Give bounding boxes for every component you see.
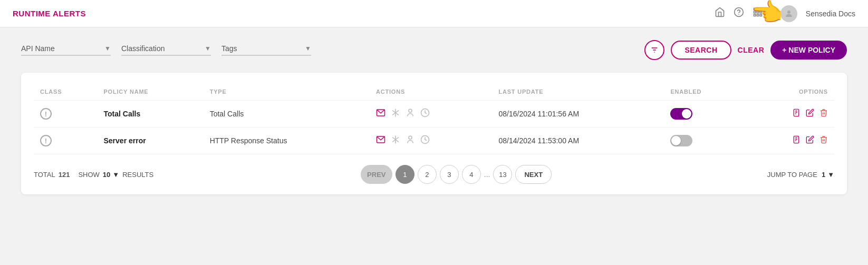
show-select[interactable]: 10 ▼	[103, 171, 119, 179]
svg-rect-10	[760, 14, 761, 16]
actions-cell	[370, 127, 493, 154]
avatar	[780, 5, 797, 22]
next-button[interactable]: NEXT	[515, 165, 552, 184]
edit-button[interactable]	[806, 135, 814, 146]
filter-bar: API Name ▼ Classification ▼ Tags ▼ 👉 SEA…	[21, 40, 847, 60]
col-class: CLASS	[34, 83, 97, 101]
last-update-cell: 08/16/2024 11:01:56 AM	[492, 101, 664, 127]
svg-point-29	[409, 136, 412, 139]
toggle-thumb	[671, 136, 681, 145]
toggle-switch[interactable]	[670, 135, 692, 146]
view-button[interactable]	[792, 135, 801, 146]
person-icon	[406, 135, 415, 146]
options-cell	[745, 127, 834, 154]
enabled-cell	[664, 101, 745, 127]
search-button[interactable]: SEARCH	[671, 41, 731, 60]
col-enabled: ENABLED	[664, 83, 745, 101]
toggle-thumb	[682, 109, 691, 119]
total-count: 121	[59, 171, 70, 179]
jump-to-page: JUMP TO PAGE 1 ▼	[767, 171, 834, 179]
svg-point-19	[409, 109, 412, 112]
delete-button[interactable]	[819, 135, 828, 146]
prev-button[interactable]: PREV	[361, 165, 392, 184]
svg-rect-9	[757, 14, 758, 16]
policy-name-cell: Total Calls	[97, 101, 203, 127]
jump-page-arrow-icon: ▼	[827, 171, 834, 179]
clear-button[interactable]: CLEAR	[738, 46, 765, 54]
class-cell: !	[34, 101, 97, 127]
pagination-info: TOTAL 121 SHOW 10 ▼ RESULTS	[34, 171, 153, 179]
tags-filter[interactable]: Tags ▼	[221, 44, 311, 56]
mail-icon[interactable]	[376, 108, 385, 120]
action-icons	[376, 135, 486, 146]
edit-button[interactable]	[806, 109, 814, 119]
svg-rect-6	[757, 11, 758, 13]
view-button[interactable]	[792, 109, 801, 119]
options-icons	[751, 109, 828, 119]
api-name-filter[interactable]: API Name ▼	[21, 44, 111, 56]
col-type: TYPE	[204, 83, 370, 101]
col-options: OPTIONS	[745, 83, 834, 101]
classification-label: Classification	[121, 44, 201, 53]
class-cell: !	[34, 127, 97, 154]
page-3-button[interactable]: 3	[440, 165, 459, 184]
nav-divider	[771, 6, 772, 22]
person-icon	[406, 108, 415, 120]
filter-actions: 👉 SEARCH CLEAR + NEW POLICY	[644, 40, 847, 60]
home-icon[interactable]	[715, 7, 725, 20]
class-icon: !	[40, 108, 52, 120]
filter-options-button[interactable]	[644, 40, 664, 60]
app-title: RUNTIME ALERTS	[13, 9, 86, 18]
type-cell: Total Calls	[204, 101, 370, 127]
jump-page-value: 1	[822, 171, 825, 179]
total-label: TOTAL	[34, 171, 55, 179]
mail-icon[interactable]	[376, 135, 385, 146]
page-dots: ...	[484, 170, 490, 179]
pagination-bar: TOTAL 121 SHOW 10 ▼ RESULTS PREV 1 2 3 4…	[34, 165, 834, 184]
clock-icon	[420, 108, 430, 120]
grid-icon[interactable]	[753, 7, 763, 20]
type-cell: HTTP Response Status	[204, 127, 370, 154]
table-card: CLASS POLICY NAME TYPE ACTIONS LAST UPDA…	[21, 73, 847, 194]
clock-icon	[420, 135, 430, 146]
enabled-cell	[664, 127, 745, 154]
options-icons	[751, 135, 828, 146]
api-name-arrow-icon: ▼	[104, 45, 111, 52]
page-1-button[interactable]: 1	[396, 165, 414, 184]
policy-name: Server error	[103, 136, 146, 145]
toggle-wrap	[670, 135, 738, 146]
page-2-button[interactable]: 2	[418, 165, 437, 184]
last-update-cell: 08/14/2024 11:53:00 AM	[492, 127, 664, 154]
tags-arrow-icon: ▼	[305, 45, 311, 52]
actions-cell	[370, 101, 493, 127]
table-header-row: CLASS POLICY NAME TYPE ACTIONS LAST UPDA…	[34, 83, 834, 101]
policy-name-cell: Server error	[97, 127, 203, 154]
api-name-label: API Name	[21, 44, 101, 53]
table-row: !Server errorHTTP Response Status 08/14/…	[34, 127, 834, 154]
pagination-pages: PREV 1 2 3 4 ... 13 NEXT	[361, 165, 552, 184]
options-cell	[745, 101, 834, 127]
svg-rect-4	[760, 8, 761, 10]
results-label: RESULTS	[122, 171, 153, 179]
nav-right: Sensedia Docs	[715, 5, 855, 22]
delete-button[interactable]	[819, 109, 828, 119]
jump-page-select[interactable]: 1 ▼	[822, 171, 834, 179]
new-policy-button[interactable]: + NEW POLICY	[770, 41, 847, 60]
user-name: Sensedia Docs	[806, 9, 855, 18]
help-icon[interactable]	[734, 7, 744, 20]
table-row: !Total CallsTotal Calls 08/16/2024 11:01…	[34, 101, 834, 127]
class-icon: !	[40, 135, 52, 146]
svg-rect-5	[754, 11, 755, 13]
col-last-update: LAST UPDATE	[492, 83, 664, 101]
asterisk-icon	[391, 108, 400, 120]
toggle-switch[interactable]	[670, 108, 692, 120]
svg-rect-7	[760, 11, 761, 13]
top-nav: RUNTIME ALERTS	[0, 0, 868, 27]
policy-name: Total Calls	[103, 110, 140, 118]
page-4-button[interactable]: 4	[462, 165, 481, 184]
svg-rect-2	[754, 8, 755, 10]
show-label: SHOW	[78, 171, 99, 179]
classification-filter[interactable]: Classification ▼	[121, 44, 211, 56]
classification-arrow-icon: ▼	[205, 45, 211, 52]
page-13-button[interactable]: 13	[493, 165, 512, 184]
